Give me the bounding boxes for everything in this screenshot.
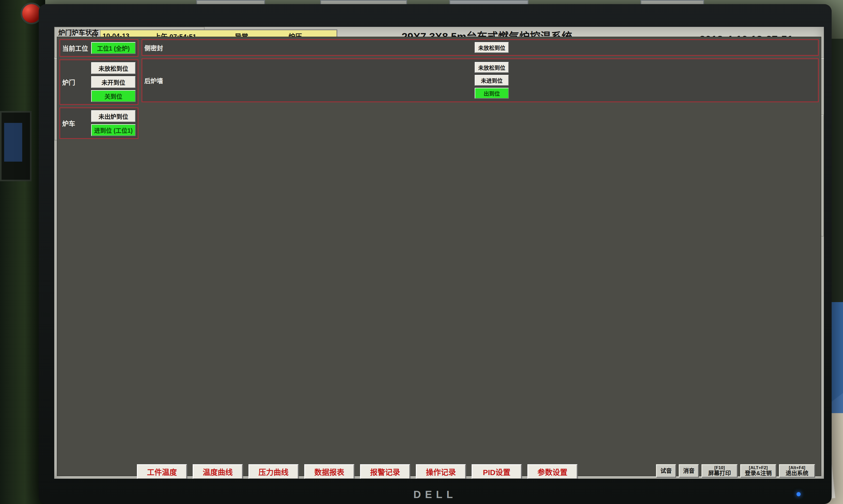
- door-state: 未放松到位: [91, 62, 136, 74]
- equipment-cabinet: [0, 0, 45, 504]
- door-state: 出到位: [475, 88, 509, 98]
- nav-button[interactable]: 报警记录: [360, 464, 410, 479]
- system-button[interactable]: 试音: [656, 464, 676, 478]
- nav-button[interactable]: 压力曲线: [249, 464, 299, 479]
- system-button[interactable]: [Alt+F4]退出系统: [779, 464, 815, 478]
- nav-button[interactable]: 温度曲线: [193, 464, 243, 479]
- system-button-key: [ALT+F2]: [749, 466, 768, 470]
- door-state: 未放松到位: [475, 42, 509, 53]
- system-button-key: [Alt+F4]: [789, 466, 805, 470]
- screen-nav-buttons: 工件温度温度曲线压力曲线数据报表报警记录操作记录PID设置参数设置: [137, 464, 577, 479]
- system-buttons: 试音消音[F10]屏幕打印[ALT+F2]登录&注销[Alt+F4]退出系统: [656, 464, 815, 478]
- side-equipment-display: [0, 111, 32, 181]
- side-display-screen: [4, 123, 22, 162]
- door-status-group: 侧密封未放松到位: [142, 39, 819, 56]
- nav-button[interactable]: 工件温度: [137, 464, 187, 479]
- system-button[interactable]: 消音: [679, 464, 699, 478]
- nav-button[interactable]: 参数设置: [527, 464, 577, 479]
- door-group-label: 侧密封: [144, 43, 165, 52]
- system-button-key: [F10]: [714, 466, 725, 470]
- door-state: 进到位 (工位1): [91, 124, 136, 136]
- nav-button[interactable]: 操作记录: [416, 464, 466, 479]
- door-states: 工位1 (全炉): [91, 42, 136, 54]
- monitor-brand-logo: DELL: [413, 489, 457, 500]
- door-status-group: 炉门未放松到位未开到位关到位: [59, 59, 139, 105]
- door-state: 未出炉到位: [91, 110, 136, 122]
- door-group-label: 当前工位: [62, 43, 89, 53]
- system-button[interactable]: [ALT+F2]登录&注销: [740, 464, 776, 478]
- door-status-group: 后炉墙未放松到位未进到位出到位: [142, 58, 819, 102]
- system-button-label: 退出系统: [786, 470, 808, 476]
- door-cart-title: 炉门炉车状态: [58, 28, 98, 37]
- door-group-label: 炉车: [62, 119, 89, 128]
- door-state: 未进到位: [475, 75, 509, 86]
- door-states: 未放松到位未进到位出到位: [168, 62, 816, 98]
- door-state: 未放松到位: [475, 62, 509, 73]
- door-state: 未开到位: [91, 76, 136, 88]
- nav-button[interactable]: 数据报表: [304, 464, 354, 479]
- system-button-label: 消音: [683, 468, 695, 474]
- door-states: 未出炉到位进到位 (工位1): [91, 110, 136, 136]
- door-status-group: 当前工位工位1 (全炉): [59, 39, 139, 57]
- nav-button[interactable]: PID设置: [472, 464, 522, 479]
- door-state: 工位1 (全炉): [91, 42, 136, 54]
- door-group-label: 炉门: [62, 77, 89, 87]
- door-cart-status: 当前工位工位1 (全炉)炉门未放松到位未开到位关到位炉车未出炉到位进到位 (工位…: [57, 37, 821, 476]
- system-button-label: 试音: [660, 468, 672, 474]
- door-state: 关到位: [91, 90, 136, 102]
- system-button-label: 登录&注销: [745, 470, 772, 476]
- power-led: [796, 492, 801, 496]
- hmi-screen: 1110-04-13上午 07:54:51异常炉压▶1210-04-13上午 0…: [54, 27, 824, 479]
- door-group-label: 后炉墙: [144, 76, 165, 85]
- system-button-label: 屏幕打印: [708, 470, 731, 476]
- system-button[interactable]: [F10]屏幕打印: [701, 464, 738, 478]
- door-states: 未放松到位未开到位关到位: [91, 62, 136, 102]
- door-status-group: 炉车未出炉到位进到位 (工位1): [59, 107, 139, 139]
- door-states: 未放松到位: [168, 42, 816, 53]
- monitor-bezel: 1110-04-13上午 07:54:51异常炉压▶1210-04-13上午 0…: [39, 4, 832, 504]
- door-cart-panel: 炉门炉车状态 当前工位工位1 (全炉)炉门未放松到位未开到位关到位炉车未出炉到位…: [54, 27, 204, 141]
